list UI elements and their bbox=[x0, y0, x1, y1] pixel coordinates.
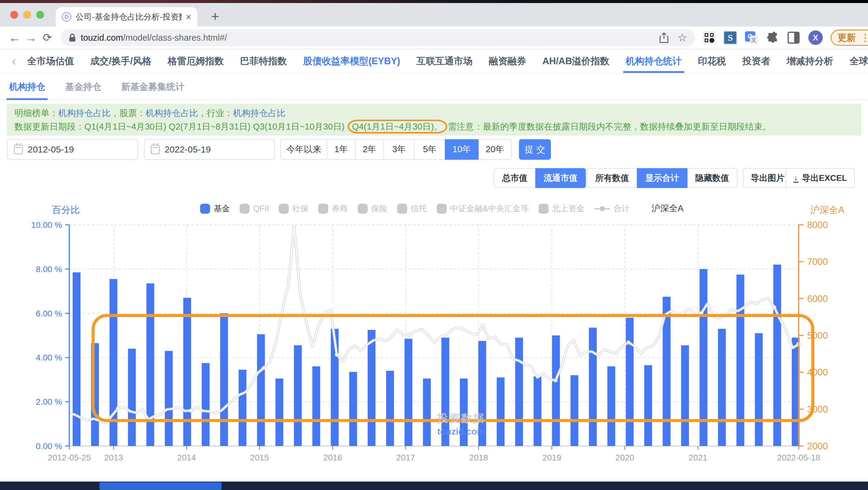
q4-highlight-annotation: Q4(1月1日~4月30日)。 bbox=[347, 120, 447, 133]
bar-2019Q1[interactable] bbox=[570, 375, 578, 446]
left-axis-tick-label: 0.00 % bbox=[36, 441, 62, 451]
nav-item-12[interactable]: 增减持分析 bbox=[778, 50, 841, 73]
browser-menu-icon[interactable]: ⋮ bbox=[861, 32, 868, 43]
nav-item-7[interactable]: 融资融券 bbox=[481, 50, 534, 73]
nav-scroll-left-icon[interactable]: ‹ bbox=[9, 50, 19, 73]
bar-2019Q2[interactable] bbox=[589, 328, 597, 446]
translate-extension-icon[interactable]: G 文 bbox=[744, 31, 758, 44]
bar-2017Q1[interactable] bbox=[423, 378, 431, 446]
index-line bbox=[69, 226, 799, 423]
range-button-1年[interactable]: 1年 bbox=[327, 139, 355, 160]
bar-2020Q1[interactable] bbox=[644, 365, 652, 446]
bar-2021Q4[interactable] bbox=[773, 265, 781, 446]
browser-update-button[interactable]: 更新 ⋮ bbox=[831, 30, 868, 46]
bar-2021Q1[interactable] bbox=[718, 329, 726, 446]
range-button-20年[interactable]: 20年 bbox=[478, 139, 512, 160]
tab-close-icon[interactable]: × bbox=[186, 12, 191, 22]
bar-2015Q1[interactable] bbox=[276, 378, 283, 446]
bar-2019Q3[interactable] bbox=[607, 366, 615, 446]
toggle-流通市值[interactable]: 流通市值 bbox=[535, 168, 586, 188]
bar-2020Q3[interactable] bbox=[681, 345, 689, 446]
bookmark-star-icon[interactable]: ☆ bbox=[678, 32, 687, 43]
export-image-button[interactable]: 导出图片 bbox=[743, 168, 792, 188]
back-icon[interactable]: ← bbox=[7, 31, 23, 44]
bar-2018Q1[interactable] bbox=[497, 377, 504, 446]
browser-tab-bar: D 公司-基金持仓占比分析-投资数据 × + bbox=[0, 3, 868, 27]
secondary-tabs: 机构持仓基金持仓新基金募集统计 bbox=[0, 74, 868, 100]
bar-2012Q2[interactable] bbox=[73, 272, 81, 446]
range-button-今年以来[interactable]: 今年以来 bbox=[280, 139, 327, 160]
forward-icon[interactable]: → bbox=[23, 31, 39, 44]
nav-item-9[interactable]: 机构持仓统计 bbox=[618, 50, 690, 73]
bar-2019Q4[interactable] bbox=[626, 318, 633, 446]
minimize-window-button[interactable] bbox=[23, 11, 31, 19]
start-date-input[interactable]: 2012-05-19 bbox=[7, 139, 138, 160]
bar-2014Q3[interactable] bbox=[239, 370, 247, 446]
bar-2016Q2[interactable] bbox=[368, 330, 375, 446]
share-icon[interactable] bbox=[659, 32, 669, 43]
s-extension-icon[interactable]: S bbox=[723, 31, 737, 44]
extensions-puzzle-icon[interactable] bbox=[766, 31, 779, 44]
bar-2021Q3[interactable] bbox=[755, 333, 763, 446]
x-axis-tick-label: 2012-05-25 bbox=[48, 453, 91, 462]
nav-item-6[interactable]: 互联互通市场 bbox=[408, 50, 481, 73]
bar-2018Q2[interactable] bbox=[515, 338, 523, 446]
bar-2014Q4[interactable] bbox=[257, 334, 265, 446]
sidebar-toggle-icon[interactable] bbox=[786, 31, 801, 44]
nav-item-13[interactable]: 全球其他 bbox=[841, 50, 868, 73]
address-bar[interactable]: touzid.com/model/class-shares.html#/ ☆ bbox=[61, 29, 695, 46]
toggle-总市值[interactable]: 总市值 bbox=[494, 168, 536, 188]
zoom-window-button[interactable] bbox=[36, 11, 44, 19]
range-button-3年[interactable]: 3年 bbox=[383, 139, 415, 160]
range-button-2年[interactable]: 2年 bbox=[355, 139, 384, 160]
new-tab-button[interactable]: + bbox=[207, 8, 223, 24]
bar-2016Q4[interactable] bbox=[404, 339, 412, 446]
x-axis-tick-label: 2021 bbox=[689, 453, 707, 462]
right-axis-tick-label: 6000 bbox=[807, 294, 828, 304]
lock-icon bbox=[69, 33, 76, 42]
bar-2015Q2[interactable] bbox=[294, 345, 302, 446]
nav-item-4[interactable]: 巴菲特指数 bbox=[232, 50, 295, 73]
nav-item-2[interactable]: 成交/换手/风格 bbox=[82, 50, 159, 73]
range-button-5年[interactable]: 5年 bbox=[414, 139, 445, 160]
bar-2016Q3[interactable] bbox=[386, 371, 394, 446]
qr-extension-icon[interactable] bbox=[702, 31, 716, 44]
bar-2014Q2[interactable] bbox=[220, 313, 228, 446]
toggle-显示合计[interactable]: 显示合计 bbox=[637, 168, 687, 188]
close-window-button[interactable] bbox=[10, 11, 18, 19]
subtab-2[interactable]: 基金持仓 bbox=[65, 74, 101, 99]
bar-2013Q1[interactable] bbox=[128, 349, 136, 446]
bar-2016Q1[interactable] bbox=[349, 372, 357, 446]
export-excel-button[interactable]: ↓ 导出EXCEL bbox=[785, 168, 855, 188]
nav-item-5[interactable]: 股债收益率模型(EYBY) bbox=[295, 50, 408, 73]
browser-tab[interactable]: D 公司-基金持仓占比分析-投资数据 × bbox=[56, 7, 197, 27]
range-button-10年[interactable]: 10年 bbox=[445, 139, 478, 160]
bar-2013Q4[interactable] bbox=[183, 298, 191, 446]
subtab-1[interactable]: 机构持仓 bbox=[9, 74, 45, 99]
right-axis-tick-label: 3000 bbox=[807, 404, 828, 415]
banner-link[interactable]: 机构持仓占比 bbox=[233, 108, 285, 118]
holdings-chart[interactable]: 10.00 %8.00 %6.00 %4.00 %2.00 %0.00 %800… bbox=[0, 211, 868, 470]
extension-icons: S G 文 bbox=[702, 31, 801, 44]
bar-2013Q3[interactable] bbox=[165, 351, 173, 446]
nav-item-3[interactable]: 格雷厄姆指数 bbox=[160, 50, 232, 73]
banner-link[interactable]: 机构持仓占比 bbox=[58, 108, 111, 118]
bar-2018Q4[interactable] bbox=[552, 335, 560, 446]
bar-2018Q3[interactable] bbox=[533, 376, 541, 446]
profile-avatar[interactable]: X bbox=[808, 30, 823, 45]
nav-item-10[interactable]: 印花税 bbox=[690, 50, 734, 73]
end-date-input[interactable]: 2022-05-19 bbox=[144, 139, 275, 160]
bar-2014Q1[interactable] bbox=[202, 363, 210, 446]
nav-item-8[interactable]: AH/AB溢价指数 bbox=[534, 50, 618, 73]
toggle-隐藏数值[interactable]: 隐藏数值 bbox=[687, 168, 738, 188]
toggle-所有数值[interactable]: 所有数值 bbox=[587, 168, 638, 188]
banner-link[interactable]: 机构持仓占比 bbox=[146, 108, 198, 118]
subtab-3[interactable]: 新基金募集统计 bbox=[121, 74, 184, 99]
nav-item-11[interactable]: 投资者 bbox=[734, 50, 778, 73]
submit-button[interactable]: 提 交 bbox=[519, 139, 551, 160]
bar-2015Q3[interactable] bbox=[312, 366, 320, 446]
x-axis-tick-label: 2018 bbox=[469, 453, 488, 462]
x-axis-tick-label: 2016 bbox=[323, 453, 342, 462]
nav-item-1[interactable]: 全市场估值 bbox=[19, 50, 82, 73]
reload-icon[interactable]: ⟳ bbox=[39, 31, 56, 44]
